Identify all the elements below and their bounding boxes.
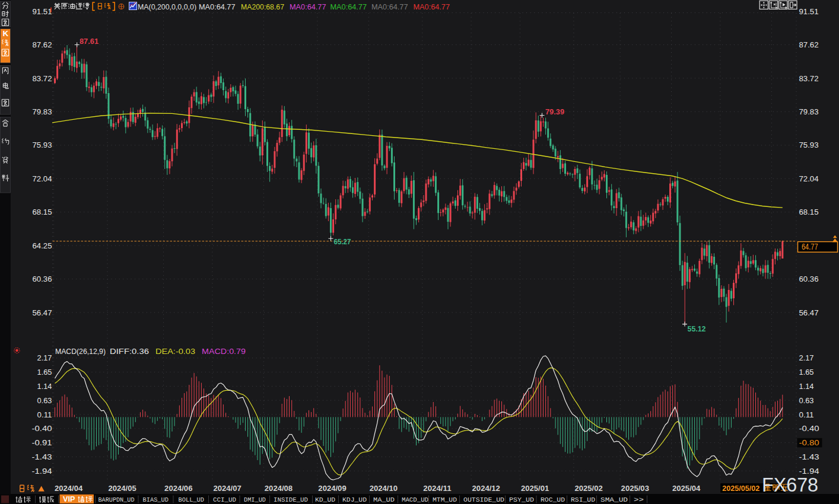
svg-text:83.72: 83.72 — [799, 74, 819, 83]
svg-text:2025/03: 2025/03 — [621, 484, 649, 493]
svg-text:MA200:68.67: MA200:68.67 — [241, 2, 284, 11]
svg-text:-1.43: -1.43 — [32, 452, 52, 461]
svg-text:2.17: 2.17 — [799, 353, 814, 362]
svg-text:91.51: 91.51 — [799, 7, 819, 16]
svg-text:2024/07: 2024/07 — [213, 484, 241, 493]
svg-text:CCI_UD: CCI_UD — [213, 496, 236, 503]
svg-text:MA_UD: MA_UD — [373, 496, 395, 503]
svg-text:-1.94: -1.94 — [32, 467, 52, 476]
svg-text:OUTSIDE_UD: OUTSIDE_UD — [463, 496, 504, 503]
svg-text:2025/01: 2025/01 — [521, 484, 549, 493]
svg-text:MA0:64.77: MA0:64.77 — [290, 2, 326, 11]
svg-text:-0.40: -0.40 — [799, 424, 819, 433]
svg-text:>>: >> — [634, 496, 644, 503]
svg-text:0.11: 0.11 — [37, 410, 52, 419]
svg-text:MA0:64.77: MA0:64.77 — [330, 2, 367, 11]
svg-text:60.36: 60.36 — [799, 275, 819, 283]
svg-text:64.25: 64.25 — [33, 241, 52, 250]
svg-text:SMA_UD: SMA_UD — [600, 496, 628, 503]
svg-text:2.17: 2.17 — [37, 353, 52, 362]
svg-text:79.83: 79.83 — [33, 107, 52, 116]
svg-text:2024/11: 2024/11 — [423, 484, 451, 493]
svg-text:91.51: 91.51 — [33, 7, 52, 16]
svg-text:FX678: FX678 — [762, 473, 818, 496]
svg-text:2024/05: 2024/05 — [108, 484, 136, 493]
svg-text:0.11: 0.11 — [799, 410, 814, 419]
svg-text:1.14: 1.14 — [799, 382, 814, 391]
svg-text:87.62: 87.62 — [33, 40, 52, 49]
svg-text:2025/05/02: 2025/05/02 — [722, 484, 759, 493]
svg-text:75.93: 75.93 — [33, 141, 52, 149]
svg-text:55.12: 55.12 — [688, 324, 706, 333]
svg-text:MTM_UD: MTM_UD — [433, 496, 457, 503]
svg-text:2024/06: 2024/06 — [164, 484, 192, 493]
svg-text:60.36: 60.36 — [33, 275, 52, 283]
svg-text:2025/02: 2025/02 — [574, 484, 602, 493]
svg-text:79.83: 79.83 — [799, 107, 819, 116]
svg-text:ROC_UD: ROC_UD — [541, 496, 565, 503]
svg-text:2024/09: 2024/09 — [318, 484, 346, 493]
svg-text:64.77: 64.77 — [802, 242, 818, 251]
svg-text:1.65: 1.65 — [799, 368, 814, 377]
svg-text:2024/08: 2024/08 — [265, 484, 293, 493]
svg-text:0.63: 0.63 — [799, 396, 814, 405]
svg-text:2024/04: 2024/04 — [55, 484, 83, 493]
svg-text:KD_UD: KD_UD — [315, 496, 335, 503]
svg-text:MA0:64.77: MA0:64.77 — [371, 2, 408, 11]
svg-text:DMI_UD: DMI_UD — [244, 496, 266, 503]
svg-text:BIAS_UD: BIAS_UD — [143, 496, 169, 503]
svg-text:MACD_UD: MACD_UD — [402, 496, 428, 503]
svg-text:KDJ_UD: KDJ_UD — [342, 496, 367, 503]
svg-text:MA0:64.77: MA0:64.77 — [199, 2, 236, 11]
svg-text:RSI_UD: RSI_UD — [571, 496, 595, 503]
svg-text:INSIDE_UD: INSIDE_UD — [274, 496, 308, 503]
svg-text:MACD:0.79: MACD:0.79 — [202, 347, 246, 356]
svg-text:72.04: 72.04 — [33, 174, 52, 183]
svg-text:2024/12: 2024/12 — [472, 484, 500, 493]
svg-text:-0.91: -0.91 — [32, 438, 52, 447]
svg-text:72.04: 72.04 — [799, 174, 819, 183]
svg-text:BARUPDN_UD: BARUPDN_UD — [98, 496, 135, 503]
svg-text:K: K — [3, 29, 9, 38]
svg-text:-1.43: -1.43 — [799, 452, 819, 461]
svg-text:BOLL_UD: BOLL_UD — [179, 496, 205, 503]
svg-text:79.39: 79.39 — [545, 107, 564, 116]
svg-text:83.72: 83.72 — [33, 74, 52, 83]
svg-text:87.61: 87.61 — [80, 37, 98, 46]
svg-text:87.62: 87.62 — [799, 40, 819, 49]
svg-text:65.27: 65.27 — [334, 237, 351, 246]
svg-text:0.63: 0.63 — [37, 396, 52, 405]
svg-text:MA(0,200,0,0,0,0): MA(0,200,0,0,0,0) — [138, 2, 196, 11]
svg-text:68.15: 68.15 — [33, 208, 52, 216]
svg-text:PSY_UD: PSY_UD — [509, 496, 534, 503]
svg-text:VIP: VIP — [63, 495, 75, 503]
svg-text:MA0:64.77: MA0:64.77 — [414, 2, 450, 11]
svg-text:2025/04: 2025/04 — [672, 484, 701, 493]
svg-text:1.65: 1.65 — [37, 368, 52, 377]
svg-text:2024/10: 2024/10 — [370, 484, 398, 493]
svg-text:MACD(26,12,9): MACD(26,12,9) — [55, 347, 106, 356]
svg-text:-0.40: -0.40 — [32, 424, 52, 433]
svg-text:DEA:-0.03: DEA:-0.03 — [155, 347, 195, 356]
svg-text:-0.80: -0.80 — [799, 438, 819, 447]
svg-text:68.15: 68.15 — [799, 208, 819, 216]
svg-text:56.47: 56.47 — [799, 308, 819, 317]
svg-text:1.14: 1.14 — [37, 382, 52, 391]
svg-text:DIFF:0.36: DIFF:0.36 — [110, 347, 149, 356]
svg-text:75.93: 75.93 — [799, 141, 819, 149]
svg-text:56.47: 56.47 — [33, 308, 52, 317]
